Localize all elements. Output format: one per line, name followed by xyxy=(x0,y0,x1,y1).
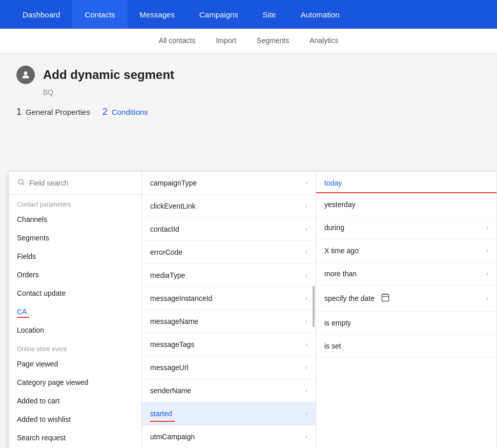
left-item-search-request[interactable]: Search request xyxy=(9,429,141,447)
mid-item-messageinstanceid[interactable]: messageInstanceId › xyxy=(142,287,316,310)
right-item-is-empty[interactable]: is empty xyxy=(316,312,496,335)
chevron-right-icon: › xyxy=(305,318,307,325)
svg-point-1 xyxy=(18,179,23,184)
mid-item-messagename[interactable]: messageName › xyxy=(142,310,316,333)
page-content: Add dynamic segment BQ 1 General Propert… xyxy=(0,53,497,448)
left-item-segments[interactable]: Segments xyxy=(9,229,141,247)
left-panel: Contact parameters Channels Segments Fie… xyxy=(9,172,142,448)
step-2-label: Conditions xyxy=(112,108,148,116)
chevron-right-icon: › xyxy=(305,410,307,417)
chevron-right-icon: › xyxy=(305,272,307,279)
right-item-is-set[interactable]: is set xyxy=(316,335,496,358)
step-1: 1 General Properties xyxy=(16,107,90,117)
mid-item-sendername[interactable]: senderName › xyxy=(142,379,316,402)
left-item-added-cart[interactable]: Added to cart xyxy=(9,392,141,410)
mid-item-utmcampaign[interactable]: utmCampaign › xyxy=(142,425,316,448)
left-item-ca[interactable]: CA xyxy=(9,302,141,321)
page-subtitle: BQ xyxy=(43,88,481,96)
chevron-right-icon: › xyxy=(305,179,307,187)
mid-item-messageurl[interactable]: messageUrl › xyxy=(142,356,316,379)
subnav-all-contacts[interactable]: All contacts xyxy=(157,29,198,53)
step-2-num: 2 xyxy=(102,107,108,117)
svg-line-2 xyxy=(23,184,24,185)
nav-campaigns[interactable]: Campaigns xyxy=(187,0,251,29)
subnav-analytics[interactable]: Analytics xyxy=(307,29,340,53)
right-panel: today yesterday during › X time ago › mo… xyxy=(316,172,496,448)
left-item-category-page[interactable]: Category page viewed xyxy=(9,373,141,392)
chevron-right-icon: › xyxy=(486,295,488,302)
step-2: 2 Conditions xyxy=(102,107,148,117)
right-item-during[interactable]: during › xyxy=(316,216,496,239)
left-item-added-wishlist[interactable]: Added to wishlist xyxy=(9,410,141,429)
chevron-right-icon: › xyxy=(305,226,307,233)
mid-item-started[interactable]: started › xyxy=(142,402,316,425)
nav-dashboard[interactable]: Dashboard xyxy=(10,0,72,29)
search-icon xyxy=(17,178,25,188)
top-navigation: Dashboard Contacts Messages Campaigns Si… xyxy=(0,0,497,29)
right-item-x-time-ago[interactable]: X time ago › xyxy=(316,239,496,262)
chevron-right-icon: › xyxy=(305,202,307,210)
left-item-page-viewed[interactable]: Page viewed xyxy=(9,355,141,373)
mid-item-campaigntype[interactable]: campaignType › xyxy=(142,172,316,195)
middle-panel: campaignType › clickEventLink › contactI… xyxy=(142,172,316,448)
left-item-fields[interactable]: Fields xyxy=(9,247,141,266)
right-item-yesterday[interactable]: yesterday xyxy=(316,193,496,216)
nav-contacts[interactable]: Contacts xyxy=(72,0,127,29)
subnav-import[interactable]: Import xyxy=(214,29,238,53)
svg-rect-3 xyxy=(382,294,389,301)
mid-item-messagetags[interactable]: messageTags › xyxy=(142,333,316,356)
mid-item-mediatype[interactable]: mediaType › xyxy=(142,264,316,287)
steps-row: 1 General Properties 2 Conditions xyxy=(16,107,481,117)
search-input[interactable] xyxy=(29,179,133,187)
scroll-indicator xyxy=(313,286,315,327)
svg-point-0 xyxy=(24,71,28,75)
chevron-right-icon: › xyxy=(486,224,488,231)
subnav-segments[interactable]: Segments xyxy=(255,29,291,53)
page-header: Add dynamic segment xyxy=(16,66,481,84)
chevron-right-icon: › xyxy=(305,387,307,394)
chevron-right-icon: › xyxy=(486,247,488,254)
left-item-location[interactable]: Location xyxy=(9,321,141,339)
left-item-contact-update[interactable]: Contact update xyxy=(9,284,141,302)
left-item-channels[interactable]: Channels xyxy=(9,210,141,229)
mid-item-contactid[interactable]: contactId › xyxy=(142,218,316,241)
chevron-right-icon: › xyxy=(305,364,307,371)
left-item-orders[interactable]: Orders xyxy=(9,266,141,284)
mid-item-clickeventlink[interactable]: clickEventLink › xyxy=(142,195,316,218)
nav-site[interactable]: Site xyxy=(251,0,288,29)
chevron-right-icon: › xyxy=(305,341,307,348)
page-title: Add dynamic segment xyxy=(43,68,174,82)
sub-navigation: All contacts Import Segments Analytics xyxy=(0,29,497,53)
nav-messages[interactable]: Messages xyxy=(128,0,187,29)
step-1-label: General Properties xyxy=(26,108,90,116)
right-item-specify-date[interactable]: specify the date › xyxy=(316,286,496,312)
nav-automation[interactable]: Automation xyxy=(288,0,352,29)
page-icon xyxy=(16,66,35,84)
search-box[interactable] xyxy=(9,172,141,195)
chevron-right-icon: › xyxy=(305,249,307,256)
calendar-icon xyxy=(381,293,390,304)
category-label-contact: Contact parameters xyxy=(9,195,141,210)
right-item-today[interactable]: today xyxy=(316,172,496,193)
step-1-num: 1 xyxy=(16,107,22,117)
chevron-right-icon: › xyxy=(486,270,488,277)
chevron-right-icon: › xyxy=(305,295,307,302)
conditions-dropdown: Contact parameters Channels Segments Fie… xyxy=(8,171,497,448)
chevron-right-icon: › xyxy=(305,433,307,440)
right-item-more-than[interactable]: more than › xyxy=(316,262,496,286)
mid-item-errorcode[interactable]: errorCode › xyxy=(142,241,316,264)
category-label-online: Online store event xyxy=(9,339,141,355)
